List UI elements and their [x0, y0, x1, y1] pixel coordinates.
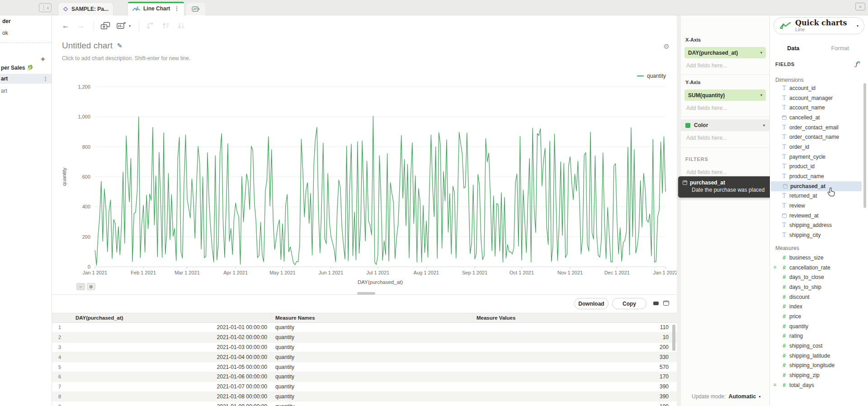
field-item-index[interactable]: #index	[770, 302, 862, 312]
svg-text:0: 0	[88, 264, 90, 269]
compact-view-icon[interactable]	[653, 302, 659, 305]
field-item-business_size[interactable]: #business_size	[770, 253, 862, 263]
y-axis-add-fields[interactable]: Add fields here...	[686, 105, 727, 111]
column-header[interactable]: Measure Names	[275, 313, 315, 322]
panel-expand-icon[interactable]: »	[855, 3, 865, 10]
field-item-order_contact_name[interactable]: Torder_contact_name	[770, 132, 862, 142]
field-item-shipping_zip[interactable]: #shipping_zip	[770, 370, 862, 380]
table-row[interactable]: 2 2021-01-02 00:00:00 quantity 10	[52, 333, 677, 343]
copy-button[interactable]: Copy	[612, 298, 646, 309]
horizontal-scrollbar[interactable]	[357, 292, 375, 295]
workbook-title[interactable]: per Sales 🥬	[0, 65, 33, 71]
add-page-button[interactable]: +	[41, 55, 45, 63]
field-item-price[interactable]: #price	[770, 312, 862, 321]
field-item-shipping_longitude[interactable]: #shipping_longitude	[770, 361, 862, 371]
column-header[interactable]: DAY(purchased_at)	[75, 313, 123, 322]
add-card-icon[interactable]	[100, 22, 110, 30]
chart-description-placeholder[interactable]: Click to add chart description. Shift-en…	[62, 55, 190, 61]
field-item-days_to_ship[interactable]: #days_to_ship	[770, 282, 862, 292]
field-item-shipping_city[interactable]: Tshipping_city	[770, 230, 862, 240]
field-item-shipping_cost[interactable]: #shipping_cost	[770, 341, 862, 351]
chevron-down-icon[interactable]: ▾	[857, 24, 859, 28]
measures-label: Measures	[775, 245, 799, 251]
line-chart[interactable]: 02004006008001,0001,200Jan 1 2021Feb 1 2…	[52, 79, 677, 291]
field-item-review[interactable]: Treview	[770, 201, 862, 211]
sidebar-item[interactable]: der	[0, 15, 52, 27]
field-item-payment_cycle[interactable]: Tpayment_cycle	[770, 152, 862, 162]
chart-settings-gear-icon[interactable]: ⚙	[664, 42, 670, 51]
table-row[interactable]: 6 2021-01-06 00:00:00 quantity 170	[52, 372, 677, 382]
chevron-down-icon[interactable]: ▾	[763, 123, 765, 127]
edit-title-icon[interactable]: ✎	[117, 42, 123, 49]
field-item-product_name[interactable]: Tproduct_name	[770, 171, 862, 181]
item-menu-icon[interactable]: ⋮	[43, 76, 48, 82]
change-element-icon[interactable]	[117, 22, 126, 30]
x-axis-field-pill[interactable]: DAY(purchased_at) ▾	[684, 47, 766, 58]
field-item-shipping_latitude[interactable]: #shipping_latitude	[770, 351, 862, 361]
chart-title[interactable]: Untitled chart	[62, 41, 113, 51]
update-mode-label: Update mode:	[692, 393, 726, 400]
tab-menu-icon[interactable]: ⋮	[174, 5, 179, 12]
sidebar-collapse-icon[interactable]: ‹	[39, 3, 52, 12]
fields-scrollbar[interactable]	[863, 83, 866, 208]
dimensions-label: Dimensions	[775, 77, 804, 83]
field-item-quantity[interactable]: #quantity	[770, 321, 862, 331]
svg-text:Sep 1 2021: Sep 1 2021	[462, 270, 487, 275]
field-item-order_contact_email[interactable]: Torder_contact_email	[770, 123, 862, 132]
color-add-fields[interactable]: Add fields here...	[686, 135, 727, 141]
table-row[interactable]: 9 2021-01-09 00:00:00 quantity 100	[52, 401, 677, 406]
sidebar-item[interactable]: ok	[0, 27, 52, 39]
chart-options-button[interactable]: ⚙	[87, 283, 95, 290]
download-button[interactable]: Download	[574, 298, 609, 309]
field-item-purchased_at[interactable]: purchased_at	[771, 181, 862, 191]
update-mode-value[interactable]: Automatic	[728, 393, 756, 400]
toolbar: ← → ▾	[52, 15, 677, 36]
field-item-cancellation_rate[interactable]: =#cancellation_rate	[770, 263, 862, 273]
table-row[interactable]: 4 2021-01-04 00:00:00 quantity 330	[52, 352, 677, 362]
x-axis-add-fields[interactable]: Add fields here...	[686, 62, 727, 69]
x-axis-label: X-Axis	[685, 37, 701, 42]
field-item-account_name[interactable]: Taccount_name	[770, 103, 862, 113]
field-item-returned_at[interactable]: Treturned_at	[770, 191, 862, 201]
table-row[interactable]: 8 2021-01-08 00:00:00 quantity 390	[52, 392, 677, 402]
field-item-account_manager[interactable]: Taccount_manager	[770, 93, 862, 103]
field-item-account_id[interactable]: Taccount_id	[770, 83, 862, 93]
chevron-down-icon[interactable]: ▾	[760, 51, 762, 55]
table-row[interactable]: 5 2021-01-05 00:00:00 quantity 570	[52, 362, 677, 372]
field-item-product_id[interactable]: Tproduct_id	[770, 162, 862, 172]
chevron-down-icon[interactable]: ▾	[759, 395, 761, 399]
field-item-total_days[interactable]: =#total_days	[770, 380, 862, 390]
text-field-icon: T	[781, 193, 788, 199]
table-row[interactable]: 3 2021-01-03 00:00:00 quantity 200	[52, 343, 677, 353]
new-chart-tab-button[interactable]	[186, 3, 205, 15]
chart-type-button[interactable]: Quick charts Line ▾	[774, 17, 864, 34]
field-item-reviewed_at[interactable]: reviewed_at	[770, 211, 862, 221]
tab-sample-workbook[interactable]: SAMPLE: Pa...	[58, 2, 113, 15]
table-row[interactable]: 1 2021-01-01 00:00:00 quantity 110	[52, 323, 677, 333]
tab-data[interactable]: Data	[770, 45, 817, 57]
field-item-days_to_close[interactable]: #days_to_close	[770, 272, 862, 282]
tab-format[interactable]: Format	[817, 45, 864, 57]
field-item-rating[interactable]: #rating	[770, 331, 862, 341]
field-item-shipping_address[interactable]: Tshipping_address	[770, 221, 862, 231]
field-item-order_id[interactable]: Torder_id	[770, 142, 862, 152]
undo-icon[interactable]: ←	[62, 22, 69, 30]
sidebar-item-chart[interactable]: art	[0, 86, 52, 96]
table-row[interactable]: 7 2021-01-07 00:00:00 quantity 390	[52, 382, 677, 392]
sidebar-item-chart-active[interactable]: art ⋮	[0, 74, 52, 84]
column-header[interactable]: Measure Values	[476, 313, 515, 322]
field-item-cancelled_at[interactable]: cancelled_at	[770, 113, 862, 123]
chart-zoom-out-button[interactable]: −	[76, 283, 85, 290]
chevron-down-icon[interactable]: ▾	[129, 24, 131, 28]
field-item-discount[interactable]: #discount	[770, 292, 862, 302]
tab-line-chart[interactable]: Line Chart ⋮	[127, 1, 184, 15]
y-axis-field-pill[interactable]: SUM(quantity) ▾	[684, 90, 766, 101]
redo-icon[interactable]: →	[77, 22, 85, 30]
maximize-view-icon[interactable]	[663, 301, 669, 306]
color-section-header[interactable]: Color ▾	[681, 119, 769, 131]
add-calculation-icon[interactable]: ƒ+	[855, 60, 861, 67]
table-scrollbar[interactable]	[672, 325, 675, 351]
chevron-down-icon[interactable]: ▾	[760, 93, 762, 97]
filters-add-fields[interactable]: Add fields here...	[686, 169, 727, 175]
text-field-icon: T	[781, 163, 788, 170]
